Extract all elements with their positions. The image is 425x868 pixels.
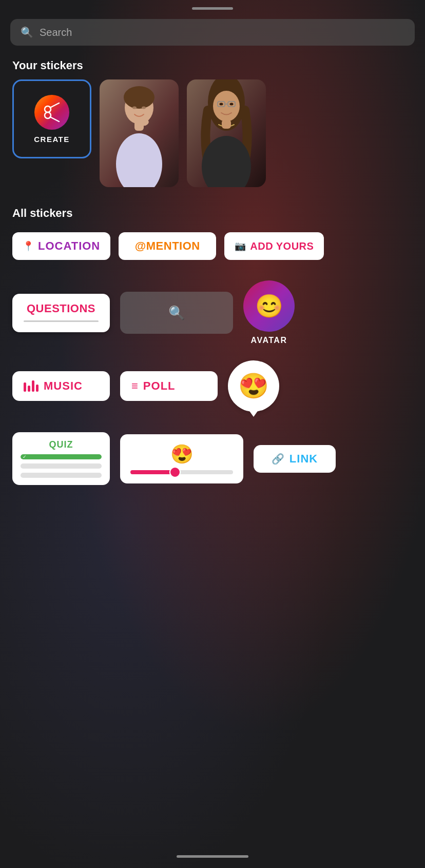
poll-sticker[interactable]: ≡ POLL <box>120 371 218 401</box>
quiz-label: QUIZ <box>21 439 102 450</box>
emoji-heart-eyes: 😍 <box>238 372 269 400</box>
person-silhouette-1 <box>100 79 179 187</box>
svg-rect-21 <box>222 119 231 129</box>
link-icon: 🔗 <box>272 453 284 465</box>
slider-sticker[interactable]: 😍 <box>120 434 243 483</box>
person-silhouette-2 <box>187 79 266 187</box>
svg-point-16 <box>230 103 234 106</box>
location-text: LOCATION <box>38 239 100 253</box>
emoji-bubble-sticker[interactable]: 😍 <box>228 360 279 412</box>
scissors-svg <box>42 102 62 123</box>
music-bar-2 <box>28 386 30 392</box>
slider-track <box>130 470 233 474</box>
poll-text: POLL <box>143 379 176 393</box>
avatar-face: 😊 <box>255 293 283 319</box>
mention-text: @MENTION <box>135 239 200 253</box>
avatar-sticker[interactable]: 😊 AVATAR <box>243 280 295 345</box>
search-sticker[interactable]: 🔍 <box>120 292 233 334</box>
music-text: MUSIC <box>44 379 83 393</box>
quiz-sticker[interactable]: QUIZ ✓ <box>12 432 110 485</box>
mention-sticker[interactable]: @MENTION <box>119 232 216 260</box>
questions-sticker[interactable]: QUESTIONS <box>12 294 110 332</box>
svg-point-6 <box>124 86 154 109</box>
svg-point-14 <box>213 91 240 122</box>
search-placeholder: Search <box>40 27 72 38</box>
svg-rect-11 <box>134 120 144 131</box>
music-bar-3 <box>32 380 34 392</box>
your-stickers-header: Your stickers <box>0 54 425 79</box>
create-sticker-button[interactable]: CREATE <box>12 79 91 158</box>
slider-thumb <box>169 467 181 478</box>
create-label: CREATE <box>34 135 70 144</box>
svg-point-15 <box>220 103 223 106</box>
music-bars-icon <box>24 380 38 392</box>
svg-line-3 <box>50 117 60 122</box>
person-sticker-2[interactable] <box>187 79 266 187</box>
add-yours-sticker[interactable]: 📷 ADD YOURS <box>224 232 324 260</box>
location-sticker[interactable]: 📍 LOCATION <box>12 232 110 260</box>
handle-bar <box>192 7 233 10</box>
music-bar-1 <box>24 382 26 392</box>
search-sticker-icon: 🔍 <box>168 305 185 321</box>
svg-point-8 <box>142 107 146 109</box>
quiz-option-bar-2 <box>21 463 102 469</box>
questions-text: QUESTIONS <box>27 302 95 315</box>
avatar-label: AVATAR <box>251 336 287 345</box>
search-container: 🔍 Search <box>0 15 425 54</box>
sticker-row-2: QUESTIONS 🔍 😊 AVATAR <box>0 270 425 355</box>
search-icon: 🔍 <box>21 26 33 38</box>
quiz-option-bar-3 <box>21 473 102 478</box>
music-bar-4 <box>36 385 38 392</box>
location-icon: 📍 <box>23 240 34 252</box>
person-sticker-1[interactable] <box>100 79 179 187</box>
poll-icon: ≡ <box>131 379 138 393</box>
home-bar <box>177 855 248 858</box>
quiz-bar-full: ✓ <box>21 454 102 459</box>
quiz-check-icon: ✓ <box>23 454 27 459</box>
sticker-row-3: MUSIC ≡ POLL 😍 <box>0 355 425 422</box>
link-sticker[interactable]: 🔗 LINK <box>254 445 336 473</box>
search-bar[interactable]: 🔍 Search <box>10 19 415 46</box>
top-handle <box>0 0 425 15</box>
your-stickers-row: CREATE <box>0 79 425 201</box>
music-sticker[interactable]: MUSIC <box>12 371 110 401</box>
slider-emoji: 😍 <box>170 443 194 465</box>
quiz-bar-fill: ✓ <box>21 454 102 459</box>
all-stickers-header: All stickers <box>0 201 425 227</box>
sticker-row-1: 📍 LOCATION @MENTION 📷 ADD YOURS <box>0 227 425 270</box>
create-icon <box>34 95 69 130</box>
avatar-circle: 😊 <box>243 280 295 332</box>
add-yours-icon: 📷 <box>235 240 246 252</box>
add-yours-text: ADD YOURS <box>250 240 314 252</box>
svg-line-2 <box>50 103 60 108</box>
link-text: LINK <box>289 452 318 466</box>
questions-underline <box>24 320 99 322</box>
sticker-row-4: QUIZ ✓ 😍 🔗 LINK <box>0 422 425 500</box>
svg-point-7 <box>132 107 137 109</box>
